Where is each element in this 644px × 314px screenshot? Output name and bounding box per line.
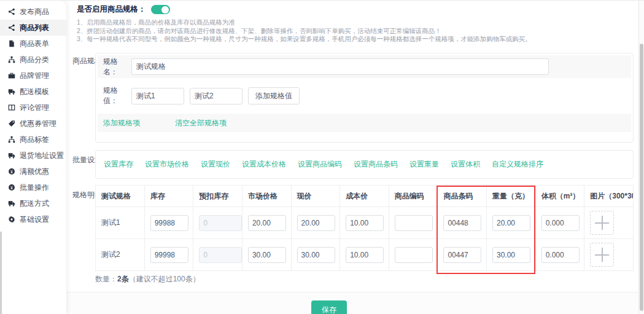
cell-volume <box>535 207 584 239</box>
scrollbar-thumb[interactable] <box>640 44 643 311</box>
price-input[interactable] <box>297 247 335 263</box>
product-spec-page: 发布商品商品列表商品表单商品分类品牌管理配送模板评论管理优惠券管理商品标签退货地… <box>0 0 644 314</box>
volume-input[interactable] <box>541 215 580 231</box>
notice-line: 2、拼团活动创建后的商品，请勿对该商品进行修改规格、下架、删除等操作，否则影响下… <box>77 27 532 36</box>
sidebar-scrollbar[interactable] <box>0 232 2 314</box>
briefcase-icon <box>8 72 15 79</box>
sitemap-icon <box>8 56 15 63</box>
coin-icon <box>8 168 15 175</box>
share-nodes-icon <box>8 24 15 31</box>
cell-cost <box>340 207 389 239</box>
upload-image-button[interactable] <box>590 243 614 267</box>
batch-setting-link[interactable]: 设置市场价格 <box>145 159 189 170</box>
code-input[interactable] <box>395 215 433 231</box>
spec-name-row: 规格名： <box>98 55 631 78</box>
sidebar-item-brand-management[interactable]: 品牌管理 <box>0 68 66 84</box>
spec-enable-toggle[interactable] <box>151 5 170 14</box>
upload-image-button[interactable] <box>590 211 614 235</box>
batch-setting-link[interactable]: 设置成本价格 <box>242 159 286 170</box>
column-header: 图片（300*300） <box>584 186 634 207</box>
cell-volume <box>535 239 584 271</box>
sidebar-item-delivery-method[interactable]: 配送方式 <box>0 195 66 211</box>
sidebar-item-label: 满额优惠 <box>20 167 49 177</box>
cell-spec: 测试1 <box>96 207 145 239</box>
sidebar-item-label: 商品标签 <box>20 135 49 145</box>
spec-name-text: 测试2 <box>101 250 120 259</box>
cell-price <box>291 239 340 271</box>
batch-setting-link[interactable]: 设置库存 <box>104 159 133 170</box>
batch-setting-link[interactable]: 设置商品编码 <box>298 159 342 170</box>
sidebar-item-label: 评论管理 <box>20 103 49 113</box>
stock-input[interactable] <box>150 215 188 231</box>
save-button[interactable]: 保存 <box>311 300 347 314</box>
spec-box: 规格名： 规格值： 添加规格值 添加规格项 清空全部规格项 <box>95 53 634 143</box>
market-input[interactable] <box>248 247 286 263</box>
cell-stock <box>144 239 193 271</box>
table-row: 测试2 <box>96 239 634 271</box>
truck-icon <box>8 88 15 95</box>
sidebar-item-full-discount[interactable]: 满额优惠 <box>0 163 66 179</box>
column-header: 现价 <box>291 186 340 207</box>
batch-setting-link[interactable]: 设置现价 <box>201 159 230 170</box>
column-header: 预扣库存 <box>193 186 242 207</box>
columns-icon <box>8 104 15 111</box>
barcode-input[interactable] <box>443 215 481 231</box>
spec-enable-row: 是否启用商品规格： <box>77 4 170 15</box>
market-input[interactable] <box>248 215 286 231</box>
cell-weight <box>487 207 536 239</box>
count-note: 数量：2条（建议不超过100条） <box>95 274 200 285</box>
batch-setting-link[interactable]: 设置重量 <box>409 159 439 170</box>
sidebar-item-product-category[interactable]: 商品分类 <box>0 52 66 68</box>
sidebar-item-product-tags[interactable]: 商品标签 <box>0 131 66 147</box>
spec-name-input[interactable] <box>131 58 549 75</box>
sidebar: 发布商品商品列表商品表单商品分类品牌管理配送模板评论管理优惠券管理商品标签退货地… <box>0 1 66 314</box>
gear-icon <box>8 216 15 223</box>
sidebar-item-batch-operations[interactable]: 批量操作 <box>0 179 66 195</box>
sidebar-item-basic-settings[interactable]: 基础设置 <box>0 211 66 227</box>
cost-input[interactable] <box>346 215 384 231</box>
sidebar-item-publish-product[interactable]: 发布商品 <box>0 4 66 20</box>
spec-detail-table: 测试规格库存预扣库存市场价格现价成本价商品编码商品条码重量（克）体积（m³）图片… <box>95 185 634 271</box>
vertical-scrollbar[interactable] <box>638 1 644 314</box>
clear-all-spec-link[interactable]: 清空全部规格项 <box>175 118 227 128</box>
truck-icon <box>8 200 15 207</box>
column-header: 商品编码 <box>389 186 438 207</box>
spec-value-input[interactable] <box>190 88 242 104</box>
spec-name-label: 规格名： <box>103 57 131 77</box>
sitemap-icon <box>8 136 15 143</box>
file-icon <box>8 40 15 47</box>
main-content: 是否启用商品规格： 1、启用商品规格后，商品的价格及库存以商品规格为准2、拼团活… <box>66 1 644 314</box>
table-row: 测试1 <box>96 207 634 239</box>
weight-input[interactable] <box>492 215 530 231</box>
sidebar-item-return-address-settings[interactable]: 退货地址设置 <box>0 147 66 163</box>
sidebar-item-coupon-management[interactable]: 优惠券管理 <box>0 116 66 131</box>
spec-values <box>131 88 248 104</box>
sidebar-item-delivery-template[interactable]: 配送模板 <box>0 84 66 100</box>
code-input[interactable] <box>395 247 433 263</box>
cell-market <box>242 239 291 271</box>
sidebar-item-review-management[interactable]: 评论管理 <box>0 100 66 116</box>
cost-input[interactable] <box>346 247 384 263</box>
volume-input[interactable] <box>541 247 580 263</box>
add-spec-item-link[interactable]: 添加规格项 <box>103 118 140 128</box>
add-spec-value-button[interactable]: 添加规格值 <box>248 87 300 104</box>
sidebar-item-product-form[interactable]: 商品表单 <box>0 36 66 52</box>
barcode-input[interactable] <box>443 247 481 263</box>
price-input[interactable] <box>297 215 335 231</box>
weight-input[interactable] <box>492 247 530 263</box>
stock-input[interactable] <box>150 247 188 263</box>
batch-setting-link[interactable]: 设置体积 <box>451 159 480 170</box>
batch-setting-link[interactable]: 设置商品条码 <box>354 159 398 170</box>
sidebar-item-label: 发布商品 <box>20 7 49 17</box>
spec-value-input[interactable] <box>131 88 184 104</box>
sidebar-item-label: 商品列表 <box>20 23 49 33</box>
cell-image <box>584 239 634 271</box>
batch-setting-link[interactable]: 自定义规格排序 <box>492 159 543 170</box>
column-header: 体积（m³） <box>535 186 584 207</box>
table-header-row: 测试规格库存预扣库存市场价格现价成本价商品编码商品条码重量（克）体积（m³）图片… <box>96 186 634 207</box>
batch-settings-box: 设置库存设置市场价格设置现价设置成本价格设置商品编码设置商品条码设置重量设置体积… <box>95 150 634 179</box>
spec-enable-label: 是否启用商品规格： <box>77 4 146 15</box>
cell-stock <box>144 207 193 239</box>
sidebar-item-product-list[interactable]: 商品列表 <box>0 20 66 36</box>
cell-price <box>291 207 340 239</box>
